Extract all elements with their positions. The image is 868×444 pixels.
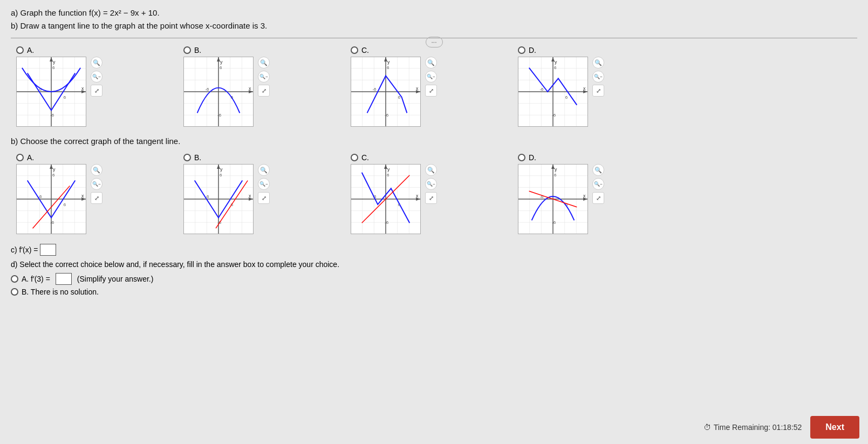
pb-zoom-out-icon-b[interactable]: 🔍−	[258, 178, 270, 190]
svg-text:y: y	[53, 167, 56, 172]
zoom-out-icon-d[interactable]: 🔍−	[592, 71, 604, 83]
part-d-choice-b[interactable]: B. There is no solution.	[11, 288, 857, 296]
svg-text:y: y	[555, 167, 557, 172]
graph-b: y x -6 6 6 -6	[183, 57, 254, 127]
zoom-out-icon-b[interactable]: 🔍−	[258, 71, 270, 83]
more-button[interactable]: ···	[425, 37, 442, 47]
pb-zoom-in-icon-d[interactable]: 🔍	[592, 164, 604, 176]
pb-graph-a-icons: 🔍 🔍− ⤢	[91, 164, 102, 204]
zoom-in-icon-c[interactable]: 🔍	[425, 57, 437, 69]
pb-zoom-in-icon-b[interactable]: 🔍	[258, 164, 270, 176]
svg-text:6: 6	[565, 95, 568, 100]
pb-graph-d-svg: y x -6 6 6 -6	[518, 165, 587, 234]
zoom-in-icon-a[interactable]: 🔍	[91, 57, 102, 69]
pb-zoom-out-icon-c[interactable]: 🔍−	[425, 178, 437, 190]
pb-graph-a: y x -6 6 6 -6	[16, 164, 86, 234]
pb-expand-icon-c[interactable]: ⤢	[425, 192, 437, 204]
svg-text:y: y	[387, 59, 390, 65]
choice-b-label[interactable]: B.	[183, 46, 201, 54]
svg-text:-6: -6	[50, 220, 54, 225]
zoom-in-icon-b[interactable]: 🔍	[258, 57, 270, 69]
choice-b-text: B.	[194, 46, 201, 54]
part-d-label: d) Select the correct choice below and, …	[11, 260, 857, 269]
svg-text:6: 6	[220, 173, 222, 177]
choice-b-item: B.	[183, 46, 254, 127]
part-b-choices-row: A.	[16, 153, 857, 234]
part-c-input[interactable]	[40, 244, 56, 256]
radio-c[interactable]	[351, 46, 358, 54]
expand-icon-a[interactable]: ⤢	[91, 85, 102, 97]
choice-d-label[interactable]: D.	[518, 46, 536, 54]
pb-graph-c: y x -6 6 6 -6	[351, 164, 421, 234]
svg-text:-6: -6	[385, 113, 389, 118]
graph-a-icons: 🔍 🔍− ⤢	[91, 57, 102, 97]
zoom-out-icon-c[interactable]: 🔍−	[425, 71, 437, 83]
graph-d-container: y x -6 6 6 -6 🔍 🔍− ⤢	[518, 57, 588, 127]
pb-radio-b[interactable]	[183, 154, 191, 161]
pb-zoom-out-icon-d[interactable]: 🔍−	[592, 178, 604, 190]
radio-b[interactable]	[183, 46, 191, 54]
graph-d-icons: 🔍 🔍− ⤢	[592, 57, 604, 97]
problem-line1: a) Graph the function f(x) = 2x² − 9x + …	[11, 6, 857, 19]
choice-a-item: A.	[16, 46, 86, 127]
part-c-label: c) f′(x) =	[11, 245, 38, 254]
pd-radio-a[interactable]	[11, 275, 18, 283]
zoom-in-icon-d[interactable]: 🔍	[592, 57, 604, 69]
problem-line2: b) Draw a tangent line to the graph at t…	[11, 19, 857, 32]
pb-graph-b: y x -6 6 6 -6	[183, 164, 254, 234]
part-b-title: b) Choose the correct graph of the tange…	[11, 136, 857, 146]
svg-text:-6: -6	[552, 220, 556, 225]
pb-zoom-in-icon-a[interactable]: 🔍	[91, 164, 102, 176]
pd-choice-a-suffix: (Simplify your answer.)	[77, 275, 154, 283]
pb-radio-a[interactable]	[16, 154, 24, 161]
pb-zoom-in-icon-c[interactable]: 🔍	[425, 164, 437, 176]
pb-choice-b-label[interactable]: B.	[183, 153, 201, 162]
pb-radio-d[interactable]	[518, 154, 525, 161]
pb-graph-d-icons: 🔍 🔍− ⤢	[592, 164, 604, 204]
pb-choice-d-item: D.	[518, 153, 588, 234]
pb-choice-c-label[interactable]: C.	[351, 153, 369, 162]
choice-c-item: C.	[351, 46, 421, 127]
pd-choice-a-input[interactable]	[56, 273, 72, 285]
expand-icon-b[interactable]: ⤢	[258, 85, 270, 97]
radio-a[interactable]	[16, 46, 24, 54]
graph-c-svg: y x -6 6 6 -6	[351, 57, 420, 126]
svg-text:x: x	[583, 86, 586, 91]
pb-graph-c-svg: y x -6 6 6 -6	[351, 165, 420, 234]
svg-text:6: 6	[554, 65, 557, 70]
expand-icon-d[interactable]: ⤢	[592, 85, 604, 97]
pb-expand-icon-a[interactable]: ⤢	[91, 192, 102, 204]
svg-text:y: y	[220, 167, 223, 172]
choice-d-item: D.	[518, 46, 588, 127]
graph-d-svg: y x -6 6 6 -6	[518, 57, 587, 126]
svg-text:y: y	[220, 59, 223, 65]
part-a-choices-row: A.	[16, 46, 857, 127]
pb-graph-a-svg: y x -6 6 6 -6	[17, 165, 86, 234]
svg-text:-6: -6	[385, 220, 389, 225]
svg-text:x: x	[249, 193, 251, 199]
pb-choice-d-text: D.	[529, 153, 536, 162]
next-button[interactable]: Next	[810, 416, 859, 439]
pb-expand-icon-b[interactable]: ⤢	[258, 192, 270, 204]
pb-choice-b-item: B.	[183, 153, 254, 234]
pd-radio-b[interactable]	[11, 288, 18, 296]
choice-c-label[interactable]: C.	[351, 46, 369, 54]
svg-text:-6: -6	[552, 113, 556, 118]
pb-radio-c[interactable]	[351, 154, 358, 161]
part-d-choice-a[interactable]: A. f′(3) = (Simplify your answer.)	[11, 273, 857, 285]
pb-choice-d-label[interactable]: D.	[518, 153, 536, 162]
pb-expand-icon-d[interactable]: ⤢	[592, 192, 604, 204]
svg-text:6: 6	[64, 202, 66, 207]
graph-c-icons: 🔍 🔍− ⤢	[425, 57, 437, 97]
choice-a-text: A.	[27, 46, 34, 54]
pb-choice-a-text: A.	[27, 153, 34, 162]
radio-d[interactable]	[518, 46, 525, 54]
pb-graph-c-container: y x -6 6 6 -6 🔍 🔍− ⤢	[351, 164, 421, 234]
pb-choice-a-label[interactable]: A.	[16, 153, 34, 162]
expand-icon-c[interactable]: ⤢	[425, 85, 437, 97]
zoom-out-icon-a[interactable]: 🔍−	[91, 71, 102, 83]
choice-a-label[interactable]: A.	[16, 46, 34, 54]
svg-text:y: y	[387, 167, 390, 172]
pb-zoom-out-icon-a[interactable]: 🔍−	[91, 178, 102, 190]
pb-graph-b-container: y x -6 6 6 -6 🔍 🔍− ⤢	[183, 164, 254, 234]
